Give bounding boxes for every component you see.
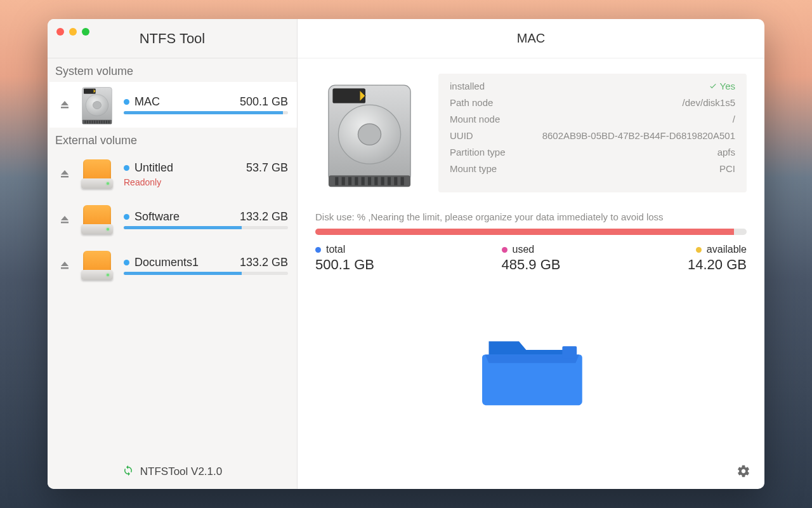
folder-icon xyxy=(471,324,591,418)
external-drive-icon xyxy=(79,156,115,192)
eject-button[interactable] xyxy=(59,100,70,110)
version-label: NTFSTool V2.1.0 xyxy=(140,465,222,478)
detail-row: installedYes xyxy=(450,77,735,94)
eject-button[interactable] xyxy=(59,215,70,225)
volume-name: Untitled xyxy=(124,161,173,175)
sidebar-footer: NTFSTool V2.1.0 xyxy=(48,455,297,489)
open-folder-area[interactable] xyxy=(315,298,747,443)
dot-icon xyxy=(502,247,508,253)
main-panel: MAC installedYesPath node/dev/disk1s5Mou… xyxy=(298,19,764,489)
detail-value: apfs xyxy=(717,147,735,157)
main-body: installedYesPath node/dev/disk1s5Mount n… xyxy=(298,58,764,456)
app-title: NTFS Tool xyxy=(56,30,288,47)
volume-usage-bar xyxy=(124,111,288,114)
detail-row: UUID8602AB9B-05BD-47B2-B44F-D6819820A501 xyxy=(450,127,735,144)
drive-image xyxy=(315,74,423,192)
detail-label: Mount node xyxy=(450,114,500,124)
volume-size: 133.2 GB xyxy=(240,256,288,269)
detail-label: Mount type xyxy=(450,163,497,174)
stat-available: available 14.20 GB xyxy=(688,244,747,273)
svg-rect-19 xyxy=(562,346,577,358)
status-dot-icon xyxy=(124,214,129,220)
volume-name: Software xyxy=(124,210,180,224)
volume-name: MAC xyxy=(124,95,160,109)
detail-label: installed xyxy=(450,81,485,91)
eject-button[interactable] xyxy=(59,169,70,179)
status-dot-icon xyxy=(124,165,129,171)
sidebar-titlebar: NTFS Tool xyxy=(48,19,297,58)
section-label-external: External volume xyxy=(48,128,297,151)
dot-icon xyxy=(696,247,702,253)
volume-usage-bar xyxy=(124,272,288,275)
refresh-icon[interactable] xyxy=(122,465,134,479)
detail-label: Partition type xyxy=(450,147,506,157)
volume-usage-bar xyxy=(124,226,288,229)
usage-bar-fill xyxy=(315,229,734,235)
external-drive-icon xyxy=(79,202,115,237)
detail-row: Mount node/ xyxy=(450,110,735,127)
detail-top: installedYesPath node/dev/disk1s5Mount n… xyxy=(315,74,747,192)
usage-bar xyxy=(315,229,747,235)
volume-status: Readonly xyxy=(124,177,288,187)
detail-label: UUID xyxy=(450,130,473,141)
minimize-button[interactable] xyxy=(69,28,77,36)
detail-value: PCI xyxy=(719,163,735,174)
dot-icon xyxy=(315,247,321,253)
volume-item[interactable]: Untitled53.7 GBReadonly xyxy=(48,151,297,197)
volume-name: Documents1 xyxy=(124,256,199,269)
status-dot-icon xyxy=(124,99,129,105)
maximize-button[interactable] xyxy=(82,28,89,36)
detail-value: 8602AB9B-05BD-47B2-B44F-D6819820A501 xyxy=(542,130,735,141)
section-label-system: System volume xyxy=(48,58,297,82)
settings-button[interactable] xyxy=(737,464,750,481)
volume-size: 53.7 GB xyxy=(246,161,288,175)
volume-item[interactable]: Documents1133.2 GB xyxy=(48,243,297,288)
main-title: MAC xyxy=(298,19,764,58)
volume-item[interactable]: Software133.2 GB xyxy=(48,197,297,243)
eject-button[interactable] xyxy=(59,260,70,271)
volume-item[interactable]: MAC500.1 GB xyxy=(48,82,297,128)
detail-value: Yes xyxy=(709,81,735,91)
detail-row: Partition typeapfs xyxy=(450,144,735,160)
status-dot-icon xyxy=(124,260,129,265)
detail-value: / xyxy=(733,114,735,124)
system-volume-list: MAC500.1 GB xyxy=(48,82,297,128)
sidebar: NTFS Tool System volume MAC500.1 GB Exte… xyxy=(48,19,298,489)
external-volume-list: Untitled53.7 GBReadonlySoftware133.2 GBD… xyxy=(48,151,297,455)
external-drive-icon xyxy=(79,248,115,283)
stat-used: used 485.9 GB xyxy=(502,244,561,273)
detail-row: Mount typePCI xyxy=(450,160,735,177)
volume-size: 133.2 GB xyxy=(240,210,288,224)
detail-table: installedYesPath node/dev/disk1s5Mount n… xyxy=(438,74,747,192)
window-controls xyxy=(56,28,89,36)
detail-label: Path node xyxy=(450,97,493,108)
detail-row: Path node/dev/disk1s5 xyxy=(450,94,735,110)
close-button[interactable] xyxy=(56,28,64,36)
usage-warning-label: Disk use: % ,Nearing the limit, please o… xyxy=(315,211,747,222)
app-window: NTFS Tool System volume MAC500.1 GB Exte… xyxy=(48,19,764,489)
stat-total: total 500.1 GB xyxy=(315,244,374,273)
detail-value: /dev/disk1s5 xyxy=(683,97,735,108)
hdd-icon xyxy=(79,87,115,123)
usage-stats: total 500.1 GB used 485.9 GB available 1… xyxy=(315,244,747,273)
volume-size: 500.1 GB xyxy=(240,95,288,109)
main-footer xyxy=(298,456,764,489)
